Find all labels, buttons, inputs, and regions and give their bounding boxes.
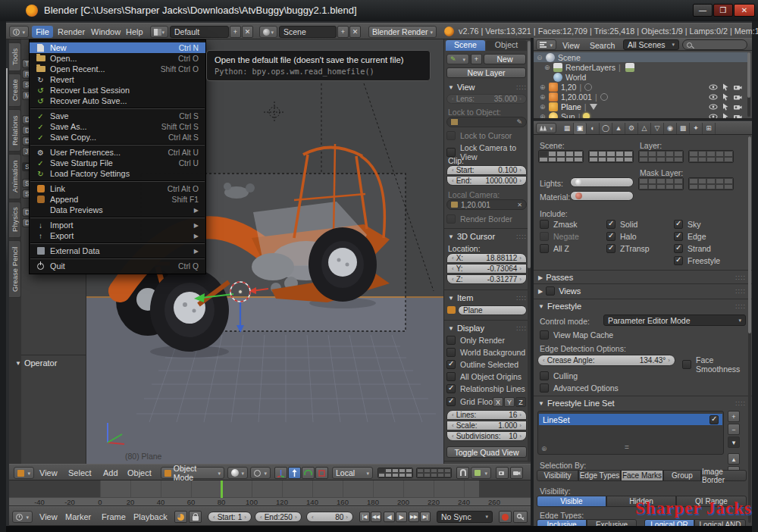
only-render-row[interactable]: Only Render bbox=[446, 336, 505, 345]
clear-icon[interactable]: ✕ bbox=[517, 202, 522, 208]
lineset-listbox[interactable]: LineSet ⊕ = bbox=[537, 411, 724, 455]
minimize-button[interactable]: — bbox=[693, 4, 713, 17]
halo-row[interactable]: Halo bbox=[606, 232, 637, 241]
camera-icon[interactable] bbox=[733, 113, 742, 120]
cursor-y-slider[interactable]: ‹Y:-0.73064› bbox=[446, 264, 527, 274]
viewport-menu-object[interactable]: Object bbox=[127, 467, 152, 479]
outliner-editor-dropdown[interactable]: ▾ bbox=[536, 39, 556, 50]
timeline-playhead[interactable] bbox=[221, 480, 223, 498]
camera-icon[interactable] bbox=[733, 93, 742, 101]
relationship-lines-row[interactable]: Relationship Lines bbox=[446, 384, 525, 393]
lineset-enable-checkbox[interactable] bbox=[709, 415, 719, 424]
mask-layer-grid-1[interactable] bbox=[638, 177, 684, 190]
culling-row[interactable]: Culling bbox=[540, 371, 578, 380]
tab-texture-icon[interactable]: ▩ bbox=[677, 123, 690, 134]
panel-drag-dots[interactable]: :::: bbox=[516, 324, 527, 332]
lines-slider[interactable]: ‹Lines:16› bbox=[446, 410, 527, 420]
lock-button[interactable] bbox=[189, 511, 202, 523]
view-panel-header[interactable]: ▼View:::: bbox=[448, 83, 527, 92]
all-z-row[interactable]: All Z bbox=[540, 244, 569, 253]
menu-item-open-recent[interactable]: Open Recent...Shift Ctrl O bbox=[30, 64, 205, 74]
edge-row[interactable]: Edge bbox=[674, 232, 706, 241]
mask-layer-grid-2[interactable] bbox=[688, 177, 734, 190]
menu-render[interactable]: Render bbox=[58, 26, 85, 38]
frame-start-field[interactable]: ‹Start:1› bbox=[208, 512, 252, 522]
passes-panel-header[interactable]: ▶Passes:::: bbox=[538, 273, 746, 282]
tab-data-icon[interactable]: ▽ bbox=[651, 123, 664, 134]
tab-world-icon[interactable]: ◯ bbox=[600, 123, 612, 134]
scene-icon-dropdown[interactable]: ▾ bbox=[259, 26, 277, 38]
timeline-menu-frame[interactable]: Frame bbox=[102, 511, 126, 523]
menu-item-user-preferences[interactable]: ⚙User Preferences...Ctrl Alt U bbox=[30, 147, 205, 158]
sky-row[interactable]: Sky bbox=[674, 220, 701, 229]
region-splitter[interactable] bbox=[531, 38, 534, 526]
render-border-row[interactable]: Render Border bbox=[446, 214, 512, 224]
selection-face-marks-button[interactable]: Face Marks bbox=[621, 470, 663, 481]
tab-modifiers-icon[interactable]: △ bbox=[638, 123, 651, 134]
view-map-cache-row[interactable]: View Map Cache bbox=[540, 330, 613, 340]
render-animation-button[interactable] bbox=[510, 467, 523, 479]
visibility-visible-button[interactable]: Visible bbox=[537, 496, 606, 507]
outliner-search-input[interactable] bbox=[682, 39, 747, 50]
next-keyframe-button[interactable]: ▶▶ bbox=[409, 512, 419, 522]
eye-icon[interactable] bbox=[709, 83, 718, 91]
outliner-row-object-2[interactable]: ⊕1,20.001| bbox=[540, 92, 748, 102]
menu-item-revert[interactable]: ↻Revert bbox=[30, 74, 205, 85]
camera-icon[interactable] bbox=[733, 83, 742, 91]
negate-row[interactable]: Negate bbox=[540, 232, 579, 241]
keying-set-button[interactable] bbox=[513, 511, 528, 523]
layer-grid-1[interactable] bbox=[638, 150, 684, 163]
play-reverse-button[interactable]: ◀ bbox=[384, 512, 395, 522]
edge-type-logical-and-button[interactable]: Logical AND bbox=[694, 519, 746, 526]
tab-particles-icon[interactable]: ✦ bbox=[690, 123, 703, 134]
edge-type-exclusive-button[interactable]: Exclusive bbox=[587, 519, 637, 526]
grid-axis-x-button[interactable]: X bbox=[493, 397, 503, 407]
scene-add-button[interactable]: + bbox=[337, 26, 349, 38]
timeline-menu-view[interactable]: View bbox=[39, 511, 58, 523]
play-button[interactable]: ▶ bbox=[396, 512, 407, 522]
eye-icon[interactable] bbox=[709, 93, 718, 101]
menu-item-recover-auto-save[interactable]: ↺Recover Auto Save... bbox=[30, 95, 205, 106]
scale-slider[interactable]: ‹Scale:1.000› bbox=[446, 421, 527, 430]
list-resize-grip[interactable]: = bbox=[625, 443, 629, 452]
frame-end-field[interactable]: ‹End:250› bbox=[255, 512, 302, 522]
control-mode-dropdown[interactable]: Parameter Editor Mode▾ bbox=[603, 315, 746, 326]
lock-to-cursor-row[interactable]: Lock to Cursor bbox=[446, 131, 512, 140]
menu-item-save-copy[interactable]: ✓Save Copy...Ctrl Alt S bbox=[30, 132, 205, 142]
jump-to-end-button[interactable]: ▶| bbox=[420, 512, 431, 522]
tool-tab-physics[interactable]: Physics bbox=[9, 202, 21, 238]
outliner-menu-search[interactable]: Search bbox=[590, 39, 615, 52]
tool-tab-tools[interactable]: Tools bbox=[9, 42, 21, 71]
maximize-button[interactable]: ❒ bbox=[713, 4, 733, 17]
cursor-x-slider[interactable]: ‹X:18.88112› bbox=[446, 253, 527, 263]
pivot-dropdown[interactable]: ▾ bbox=[250, 467, 271, 479]
strand-row[interactable]: Strand bbox=[674, 244, 711, 253]
selection-edge-types-button[interactable]: Edge Types bbox=[578, 470, 621, 481]
lens-slider[interactable]: ‹Lens:35.000› bbox=[446, 94, 527, 104]
orientation-dropdown[interactable]: Local▾ bbox=[332, 467, 373, 479]
lineset-specials-button[interactable]: ▾ bbox=[728, 437, 740, 448]
scene-layers-grid-2[interactable] bbox=[588, 150, 634, 163]
lock-object-field[interactable]: ✎ bbox=[446, 117, 527, 127]
viewport-menu-add[interactable]: Add bbox=[103, 467, 118, 479]
gp-add-button[interactable]: + bbox=[471, 54, 482, 64]
menu-file[interactable]: File bbox=[32, 26, 53, 38]
item-name-field[interactable]: Plane bbox=[458, 305, 527, 315]
manipulator-translate-button[interactable] bbox=[288, 467, 301, 479]
panel-drag-dots[interactable]: :::: bbox=[735, 287, 746, 295]
lineset-move-up-button[interactable]: ▴ bbox=[728, 453, 740, 465]
local-camera-field[interactable]: 1,20.001✕ bbox=[446, 199, 527, 210]
tool-tab-relations[interactable]: Relations bbox=[9, 109, 21, 152]
scene-delete-button[interactable]: ✕ bbox=[349, 26, 361, 38]
advanced-options-row[interactable]: Advanced Options bbox=[540, 383, 619, 393]
tab-scene-icon[interactable]: ◐ bbox=[587, 123, 600, 134]
lineset-add-button[interactable]: + bbox=[728, 411, 740, 422]
menu-item-save-startup-file[interactable]: ✓Save Startup FileCtrl U bbox=[30, 158, 205, 168]
selection-visibility-button[interactable]: Visibility bbox=[537, 470, 578, 481]
edge-type-logical-or-button[interactable]: Logical OR bbox=[644, 519, 694, 526]
outliner-menu-view[interactable]: View bbox=[562, 39, 580, 52]
clip-end-slider[interactable]: ‹End:1000.000› bbox=[446, 176, 527, 186]
properties-scrollbar[interactable] bbox=[748, 136, 751, 523]
tab-object-icon[interactable]: ▲ bbox=[612, 123, 625, 134]
menu-item-recover-last-session[interactable]: ↺Recover Last Session bbox=[30, 85, 205, 95]
